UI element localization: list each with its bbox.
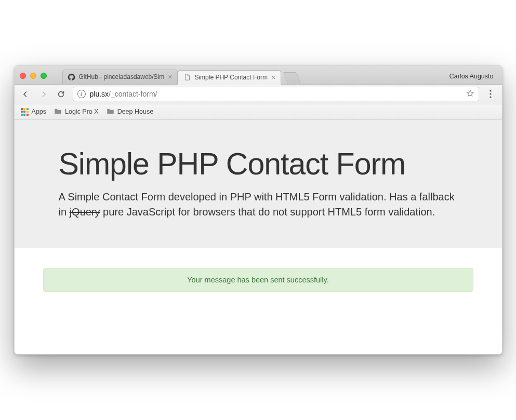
toolbar: i plu.sx/_contact-form/ (15, 85, 502, 104)
success-alert: Your message has been sent successfully. (43, 268, 473, 292)
bookmark-folder-deep-house[interactable]: Deep House (107, 107, 154, 116)
page-icon (183, 74, 191, 81)
hero-section: Simple PHP Contact Form A Simple Contact… (15, 120, 502, 249)
url-host: plu.sx (90, 90, 109, 98)
page-title: Simple PHP Contact Form (59, 148, 458, 181)
reload-button[interactable] (55, 88, 68, 100)
close-window-button[interactable] (20, 73, 26, 79)
apps-label: Apps (32, 108, 47, 115)
profile-name[interactable]: Carlos Augusto (449, 73, 499, 84)
folder-icon (107, 107, 114, 116)
site-info-icon[interactable]: i (77, 90, 86, 98)
url-text: plu.sx/_contact-form/ (90, 90, 462, 98)
bookmark-label: Deep House (117, 108, 154, 115)
url-path: /_contact-form/ (109, 90, 157, 98)
svg-point-1 (489, 93, 491, 94)
page-subtitle: A Simple Contact Form developed in PHP w… (59, 189, 458, 220)
tab-label: Simple PHP Contact Form (194, 74, 268, 81)
bookmarks-bar: Apps Logic Pro X Deep House (15, 104, 502, 120)
browser-window: GitHub - pinceladasdaweb/Sim × Simple PH… (14, 65, 502, 355)
svg-point-2 (489, 96, 491, 98)
apps-icon (21, 108, 29, 116)
subtitle-part-2: pure JavaScript for browsers that do not… (100, 206, 435, 218)
apps-shortcut[interactable]: Apps (21, 108, 47, 116)
close-tab-icon[interactable]: × (168, 73, 172, 80)
tab-contact-form[interactable]: Simple PHP Contact Form × (178, 70, 281, 85)
back-button[interactable] (20, 88, 32, 100)
alert-text: Your message has been sent successfully. (187, 276, 328, 284)
bookmark-label: Logic Pro X (65, 108, 99, 115)
new-tab-button[interactable] (283, 72, 301, 84)
window-controls (20, 73, 47, 79)
github-icon (68, 73, 75, 80)
maximize-window-button[interactable] (41, 73, 47, 79)
subtitle-strike: jQuery (70, 206, 100, 218)
svg-point-0 (489, 90, 491, 91)
bookmark-star-icon[interactable] (466, 89, 474, 99)
alert-region: Your message has been sent successfully. (15, 248, 502, 354)
tab-label: GitHub - pinceladasdaweb/Sim (79, 73, 165, 80)
close-tab-icon[interactable]: × (271, 74, 275, 81)
browser-menu-button[interactable] (484, 90, 497, 98)
address-bar[interactable]: i plu.sx/_contact-form/ (73, 87, 479, 101)
folder-icon (54, 107, 62, 116)
forward-button[interactable] (37, 88, 50, 100)
page-viewport: Simple PHP Contact Form A Simple Contact… (15, 120, 502, 355)
bookmark-folder-logic-pro-x[interactable]: Logic Pro X (54, 107, 99, 116)
tab-github[interactable]: GitHub - pinceladasdaweb/Sim × (62, 70, 178, 84)
tab-strip: GitHub - pinceladasdaweb/Sim × Simple PH… (15, 66, 502, 85)
minimize-window-button[interactable] (30, 73, 36, 79)
